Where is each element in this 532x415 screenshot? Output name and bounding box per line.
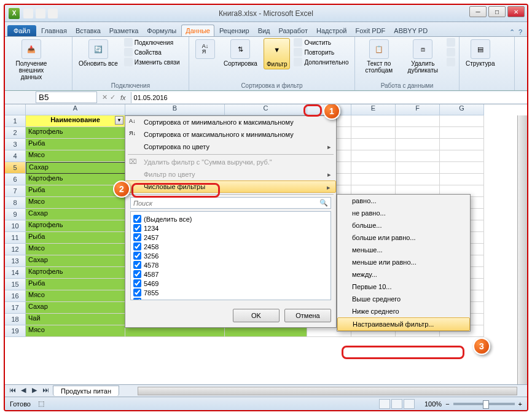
row-header-19[interactable]: 19 [5, 325, 26, 337]
cell[interactable] [440, 162, 484, 174]
filter-value-checkbox[interactable] [133, 270, 141, 278]
cell[interactable] [351, 127, 396, 139]
horizontal-scrollbar[interactable] [138, 387, 517, 395]
normal-view-icon[interactable] [379, 399, 390, 409]
close-button[interactable]: ✕ [507, 6, 525, 17]
undo-icon[interactable] [36, 9, 45, 18]
row-header-1[interactable]: 1 [5, 115, 26, 127]
confirm-formula-icon[interactable]: ✓ [110, 93, 115, 101]
row-header-16[interactable]: 16 [5, 290, 26, 302]
cell-name[interactable]: Рыба [26, 232, 125, 244]
not-equals-item[interactable]: не равно... [337, 207, 470, 219]
cell[interactable] [396, 139, 440, 150]
tab-addins[interactable]: Надстрой [313, 25, 350, 36]
greater-eq-item[interactable]: больше или равно... [337, 231, 470, 244]
cell[interactable] [396, 174, 440, 185]
filter-search-input[interactable] [133, 200, 319, 207]
cell-name[interactable]: Мясо [26, 197, 125, 209]
col-header-E[interactable]: E [351, 104, 396, 115]
filter-button[interactable]: ▼ Фильтр [264, 38, 291, 69]
sheet-tab[interactable]: Продукты питан [53, 386, 119, 396]
next-sheet-icon[interactable]: ▶ [29, 386, 39, 396]
cell[interactable] [351, 139, 396, 150]
file-tab[interactable]: Файл [7, 25, 36, 36]
cell-name[interactable]: Картофель [26, 220, 125, 232]
tab-insert[interactable]: Вставка [72, 25, 104, 36]
col-header-G[interactable]: G [440, 104, 484, 115]
minimize-ribbon-icon[interactable]: ⌃ [509, 28, 515, 36]
sort-descending-item[interactable]: Я↓Сортировка от максимального к минималь… [125, 128, 336, 141]
last-sheet-icon[interactable]: ⏭ [41, 386, 50, 396]
formula-input[interactable] [131, 92, 527, 103]
row-header-3[interactable]: 3 [5, 139, 26, 150]
properties-button[interactable]: Свойства [124, 48, 180, 56]
cell-name[interactable]: Рыба [26, 279, 125, 290]
clear-filter-button[interactable]: Очистить [294, 38, 348, 47]
tab-review[interactable]: Рецензир [216, 25, 253, 36]
cell-name[interactable]: Мясо [26, 290, 125, 302]
cell[interactable] [351, 115, 396, 127]
row-header-8[interactable]: 8 [5, 197, 26, 209]
row-header-11[interactable]: 11 [5, 232, 26, 244]
cell[interactable] [396, 150, 440, 162]
edit-links-button[interactable]: Изменить связи [124, 58, 180, 66]
macro-record-icon[interactable]: ⬚ [38, 400, 44, 408]
cell[interactable] [440, 115, 484, 127]
remove-duplicates-button[interactable]: ⧈ Удалить дубликаты [403, 38, 444, 75]
below-avg-item[interactable]: Ниже среднего [337, 305, 470, 317]
page-break-view-icon[interactable] [404, 399, 415, 409]
refresh-all-button[interactable]: 🔄 Обновить все [76, 38, 120, 68]
cell-name[interactable]: Рыба [26, 139, 125, 150]
cell-name[interactable]: Картофель [26, 174, 125, 185]
col-header-F[interactable]: F [396, 104, 440, 115]
connections-button[interactable]: Подключения [124, 38, 180, 47]
name-box[interactable] [36, 91, 97, 103]
cell[interactable] [351, 174, 396, 185]
number-filters-item[interactable]: Числовые фильтры [125, 180, 336, 193]
sort-by-color-item[interactable]: Сортировка по цвету [125, 141, 336, 153]
filter-value-checkbox[interactable] [133, 279, 141, 287]
save-icon[interactable] [23, 9, 33, 18]
row-header-18[interactable]: 18 [5, 314, 26, 325]
tab-foxit[interactable]: Foxit PDF [351, 25, 389, 36]
cell[interactable] [396, 162, 440, 174]
row-header-10[interactable]: 10 [5, 220, 26, 232]
cancel-formula-icon[interactable]: ✕ [102, 93, 108, 101]
maximize-button[interactable]: □ [488, 6, 506, 17]
sort-ascending-item[interactable]: A↓Сортировка от минимального к максималь… [125, 116, 336, 128]
cell-name[interactable]: Картофель [26, 267, 125, 279]
advanced-filter-button[interactable]: Дополнительно [294, 58, 348, 66]
cell-name[interactable]: Сахар [26, 302, 125, 314]
col-header-C[interactable]: C [225, 104, 307, 115]
cell[interactable] [440, 127, 484, 139]
cell-name[interactable]: Мясо [26, 325, 125, 337]
text-to-columns-button[interactable]: 📋 Текст по столбцам [359, 38, 399, 75]
filter-value-checkbox[interactable] [133, 289, 141, 297]
what-if-button[interactable] [447, 58, 455, 66]
cell[interactable] [440, 174, 484, 185]
tab-home[interactable]: Главная [37, 25, 71, 36]
page-layout-view-icon[interactable] [391, 399, 402, 409]
filter-value-checkbox[interactable] [133, 298, 141, 300]
ok-button[interactable]: OK [233, 309, 280, 322]
redo-icon[interactable] [48, 9, 58, 18]
less-eq-item[interactable]: меньше или равно... [337, 256, 470, 268]
above-avg-item[interactable]: Выше среднего [337, 293, 470, 305]
select-all-checkbox[interactable] [133, 215, 141, 223]
data-validation-button[interactable] [447, 38, 455, 47]
first-sheet-icon[interactable]: ⏮ [7, 386, 17, 396]
tab-layout[interactable]: Разметка [106, 25, 143, 36]
zoom-in-icon[interactable]: + [518, 400, 522, 408]
tab-view[interactable]: Вид [254, 25, 274, 36]
select-all-corner[interactable] [5, 104, 26, 115]
cell-name[interactable]: Сахар [26, 209, 125, 220]
row-header-5[interactable]: 5 [5, 162, 26, 174]
header-cell-name[interactable]: Наименование▾ [26, 115, 125, 127]
cell-name[interactable]: Сахар [26, 255, 125, 267]
cell[interactable] [440, 150, 484, 162]
top10-item[interactable]: Первые 10... [337, 281, 470, 293]
tab-abbyy[interactable]: ABBYY PD [390, 25, 431, 36]
row-header-13[interactable]: 13 [5, 255, 26, 267]
row-header-17[interactable]: 17 [5, 302, 26, 314]
vertical-scrollbar[interactable] [517, 115, 527, 394]
